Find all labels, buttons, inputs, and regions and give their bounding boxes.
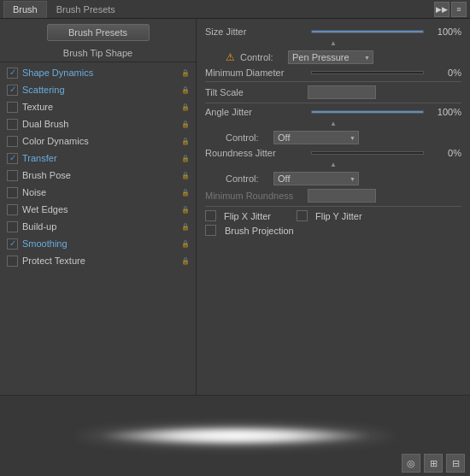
checkbox-dual-brush[interactable] — [7, 119, 18, 130]
checkbox-wet-edges[interactable] — [7, 204, 18, 215]
control-label-1: Control: — [240, 52, 283, 62]
lock-icon-brush-pose: 🔒 — [180, 170, 191, 180]
flip-y-item: Flip Y Jitter — [297, 210, 362, 221]
brush-item-protect-texture[interactable]: Protect Texture🔒 — [0, 252, 196, 269]
pen-pressure-select-wrapper: Pen Pressure Off Fade Pen Tilt — [288, 50, 373, 64]
angle-control-row: Control: Off Fade Pen Pressure Pen Tilt — [205, 131, 461, 144]
divider-2 — [205, 103, 461, 103]
preview-section: ◎ ⊞ ⊟ — [0, 395, 470, 476]
lock-icon-build-up: 🔒 — [180, 221, 191, 232]
checkbox-texture[interactable] — [7, 102, 18, 113]
brush-presets-button[interactable]: Brush Presets — [47, 24, 150, 41]
angle-jitter-fill — [312, 111, 423, 113]
scroll-indicator-3: ▲ — [205, 161, 461, 168]
menu-icon-btn[interactable]: ≡ — [451, 2, 467, 17]
brush-projection-label: Brush Projection — [225, 226, 294, 236]
brush-list: Shape Dynamics🔒Scattering🔒Texture🔒Dual B… — [0, 62, 196, 395]
tab-brush[interactable]: Brush — [3, 1, 47, 18]
size-jitter-slider[interactable] — [311, 30, 424, 33]
tilt-scale-input[interactable] — [308, 85, 376, 99]
brush-stroke-inner — [98, 427, 372, 444]
label-scattering: Scattering — [22, 85, 180, 95]
roundness-control-row: Control: Off Fade Pen Pressure Pen Tilt — [205, 172, 461, 185]
brush-item-scattering[interactable]: Scattering🔒 — [0, 81, 196, 98]
lock-icon-color-dynamics: 🔒 — [180, 136, 191, 146]
brush-item-shape-dynamics[interactable]: Shape Dynamics🔒 — [0, 64, 196, 81]
brush-item-brush-pose[interactable]: Brush Pose🔒 — [0, 167, 196, 184]
flip-y-checkbox[interactable] — [297, 210, 308, 221]
brush-tip-shape-label: Brush Tip Shape — [0, 46, 196, 62]
size-jitter-value: 100% — [427, 26, 461, 37]
brush-item-build-up[interactable]: Build-up🔒 — [0, 218, 196, 235]
scroll-up-arrow[interactable]: ▲ — [330, 39, 337, 47]
pen-pressure-select[interactable]: Pen Pressure Off Fade Pen Tilt — [288, 50, 373, 64]
checkbox-build-up[interactable] — [7, 221, 18, 232]
roundness-jitter-value: 0% — [427, 148, 461, 158]
tab-brush-presets-label: Brush Presets — [56, 4, 115, 15]
tab-brush-presets[interactable]: Brush Presets — [47, 1, 125, 18]
roundness-control-select[interactable]: Off Fade Pen Pressure Pen Tilt — [273, 172, 359, 185]
flip-y-label: Flip Y Jitter — [315, 211, 362, 221]
min-roundness-input[interactable] — [308, 189, 376, 203]
lock-icon-shape-dynamics: 🔒 — [180, 68, 191, 78]
scroll-up-arrow-3[interactable]: ▲ — [330, 161, 337, 168]
size-jitter-row: Size Jitter 100% — [205, 26, 461, 37]
roundness-jitter-slider[interactable] — [311, 151, 424, 155]
label-transfer: Transfer — [22, 153, 180, 163]
brush-item-color-dynamics[interactable]: Color Dynamics🔒 — [0, 132, 196, 150]
brush-item-smoothing[interactable]: Smoothing🔒 — [0, 235, 196, 252]
checkbox-brush-pose[interactable] — [7, 170, 18, 181]
label-noise: Noise — [22, 187, 180, 197]
min-diameter-row: Minimum Diameter 0% — [205, 68, 461, 78]
tab-icons: ▶▶ ≡ — [434, 2, 467, 17]
label-protect-texture: Protect Texture — [22, 256, 180, 266]
brush-item-dual-brush[interactable]: Dual Brush🔒 — [0, 115, 196, 132]
brush-item-texture[interactable]: Texture🔒 — [0, 98, 196, 115]
bottom-icons: ◎ ⊞ ⊟ — [402, 454, 465, 473]
checkbox-transfer[interactable] — [7, 153, 18, 164]
checkbox-smoothing[interactable] — [7, 238, 18, 250]
angle-control-label: Control: — [226, 132, 268, 143]
checkbox-noise[interactable] — [7, 187, 18, 198]
scroll-up-indicator: ▲ — [205, 39, 461, 47]
scroll-up-arrow-2[interactable]: ▲ — [330, 120, 337, 127]
angle-jitter-slider[interactable] — [311, 110, 424, 114]
min-diameter-value: 0% — [427, 68, 461, 78]
angle-control-select-wrapper: Off Fade Pen Pressure Pen Tilt — [273, 131, 359, 144]
min-roundness-label: Minimum Roundness — [205, 191, 308, 201]
brush-item-transfer[interactable]: Transfer🔒 — [0, 150, 196, 167]
lock-icon-scattering: 🔒 — [180, 85, 191, 95]
main-layout: Brush Presets Brush Tip Shape Shape Dyna… — [0, 19, 470, 395]
checkbox-shape-dynamics[interactable] — [7, 68, 18, 79]
angle-control-select[interactable]: Off Fade Pen Pressure Pen Tilt — [273, 131, 359, 144]
bottom-icon-1[interactable]: ◎ — [402, 454, 420, 473]
brush-item-noise[interactable]: Noise🔒 — [0, 184, 196, 201]
expand-icon-btn[interactable]: ▶▶ — [434, 2, 449, 17]
roundness-jitter-row: Roundness Jitter 0% — [205, 148, 461, 158]
flip-x-checkbox[interactable] — [205, 210, 216, 221]
label-wet-edges: Wet Edges — [22, 204, 180, 214]
min-diameter-label: Minimum Diameter — [205, 68, 308, 78]
label-color-dynamics: Color Dynamics — [22, 136, 180, 146]
left-panel: Brush Presets Brush Tip Shape Shape Dyna… — [0, 19, 197, 395]
size-jitter-label: Size Jitter — [205, 26, 308, 37]
brush-item-wet-edges[interactable]: Wet Edges🔒 — [0, 201, 196, 218]
bottom-icon-3[interactable]: ⊟ — [446, 454, 465, 473]
min-diameter-slider[interactable] — [311, 71, 424, 74]
label-dual-brush: Dual Brush — [22, 119, 180, 129]
bottom-icon-2[interactable]: ⊞ — [424, 454, 443, 473]
label-brush-pose: Brush Pose — [22, 170, 180, 180]
angle-jitter-row: Angle Jitter 100% — [205, 107, 461, 117]
checkbox-scattering[interactable] — [7, 85, 18, 96]
label-build-up: Build-up — [22, 221, 180, 232]
flip-row: Flip X Jitter Flip Y Jitter — [205, 210, 461, 221]
right-panel[interactable]: Size Jitter 100% ▲ ⚠ Control: Pen Pressu… — [197, 19, 470, 395]
tab-brush-label: Brush — [13, 4, 38, 15]
checkbox-color-dynamics[interactable] — [7, 136, 18, 147]
preview-area: ◎ ⊞ ⊟ — [0, 395, 470, 476]
angle-jitter-label: Angle Jitter — [205, 107, 308, 117]
brush-projection-checkbox[interactable] — [205, 225, 216, 236]
right-content: Size Jitter 100% ▲ ⚠ Control: Pen Pressu… — [197, 19, 470, 244]
checkbox-protect-texture[interactable] — [7, 256, 18, 267]
angle-jitter-value: 100% — [427, 107, 461, 117]
